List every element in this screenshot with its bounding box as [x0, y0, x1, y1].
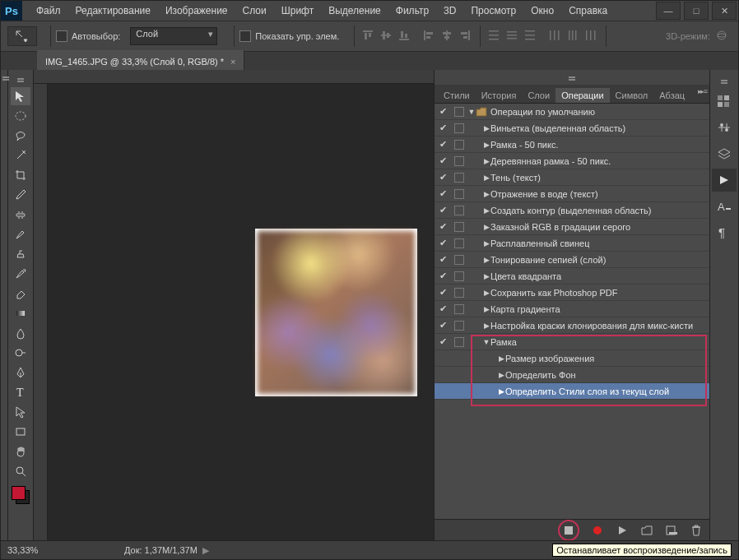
action-step-row[interactable]: ▶Размер изображения [435, 350, 709, 367]
type-tool[interactable]: T [11, 383, 30, 401]
left-dock-sliver[interactable] [1, 70, 8, 541]
new-action-button[interactable] [665, 524, 678, 537]
pen-tool[interactable] [11, 363, 30, 382]
window-maximize-button[interactable]: □ [684, 2, 709, 20]
stop-button[interactable] [562, 524, 575, 537]
canvas[interactable] [34, 70, 434, 541]
eraser-tool[interactable] [11, 285, 30, 303]
tab-actions[interactable]: Операции [555, 88, 609, 103]
dist-bottom-icon[interactable] [523, 29, 538, 44]
check-icon[interactable]: ✔ [435, 106, 451, 117]
action-row[interactable]: ✔▶Заказной RGB в градации серого [435, 219, 709, 235]
autoselect-checkbox[interactable] [56, 30, 67, 42]
adjustments-icon[interactable] [712, 116, 737, 139]
close-icon[interactable]: × [230, 57, 235, 67]
new-set-button[interactable] [640, 524, 653, 537]
clone-stamp-tool[interactable] [11, 245, 30, 263]
play-button[interactable] [616, 524, 629, 537]
trash-button[interactable] [690, 524, 703, 537]
brush-tool[interactable] [11, 225, 30, 243]
align-hcenter-icon[interactable] [440, 29, 455, 44]
collapse-grip-icon[interactable] [567, 72, 577, 83]
collapse-grip-icon[interactable] [1, 72, 11, 83]
tab-layers[interactable]: Слои [522, 88, 555, 103]
hand-tool[interactable] [11, 442, 30, 460]
collapse-grip-icon[interactable] [16, 73, 26, 85]
dist-top-icon[interactable] [487, 29, 502, 44]
magic-wand-tool[interactable] [11, 146, 30, 164]
blur-tool[interactable] [11, 324, 30, 342]
tab-paragraph[interactable]: Абзац [653, 88, 690, 103]
menu-window[interactable]: Окно [531, 5, 554, 16]
menu-layers[interactable]: Слои [243, 5, 267, 16]
menu-image[interactable]: Изображение [165, 5, 228, 16]
character-panel-icon[interactable]: A [712, 195, 737, 218]
autoselect-dropdown[interactable]: Слой [130, 27, 217, 45]
lasso-tool[interactable] [11, 127, 30, 145]
dodge-tool[interactable] [11, 344, 30, 362]
rectangle-tool[interactable] [11, 423, 30, 441]
move-tool[interactable] [11, 87, 30, 105]
healing-brush-tool[interactable] [11, 206, 30, 224]
color-swatches[interactable] [12, 486, 30, 504]
align-bottom-icon[interactable] [397, 29, 412, 44]
tool-preset-picker[interactable] [7, 26, 37, 46]
collapse-grip-icon[interactable] [719, 75, 729, 86]
gradient-tool[interactable] [11, 304, 30, 322]
action-row[interactable]: ✔▶Настройка краски клонирования для микс… [435, 317, 709, 334]
dist-vcenter-icon[interactable] [505, 29, 520, 44]
dist-left-icon[interactable] [548, 29, 563, 44]
zoom-tool[interactable] [11, 462, 30, 480]
swatches-icon[interactable] [712, 90, 737, 113]
action-step-row-selected[interactable]: ▶Определить Стили слоя из текущ слой [435, 383, 709, 400]
window-minimize-button[interactable]: — [656, 2, 681, 20]
menu-select[interactable]: Выделение [328, 5, 381, 16]
window-close-button[interactable]: ✕ [712, 2, 737, 20]
zoom-readout[interactable]: 33,33% [7, 545, 58, 555]
show-transform-checkbox[interactable] [239, 30, 251, 42]
align-left-icon[interactable] [422, 29, 437, 44]
menu-file[interactable]: Файл [36, 5, 61, 16]
action-row[interactable]: ✔▶Цвета квадранта [435, 268, 709, 285]
action-row[interactable]: ✔▶Расплавленный свинец [435, 235, 709, 252]
action-row[interactable]: ✔▶Рамка - 50 пикс. [435, 137, 709, 153]
align-vcenter-icon[interactable] [379, 29, 394, 44]
history-brush-tool[interactable] [11, 265, 30, 283]
record-button[interactable] [591, 524, 604, 537]
action-row[interactable]: ✔▶Виньетка (выделенная область) [435, 120, 709, 137]
menu-filter[interactable]: Фильтр [396, 5, 429, 16]
tab-styles[interactable]: Стили [438, 88, 476, 103]
action-row[interactable]: ✔▶Деревянная рамка - 50 пикс. [435, 153, 709, 169]
menu-view[interactable]: Просмотр [471, 5, 516, 16]
layers-icon[interactable] [712, 142, 737, 165]
tab-history[interactable]: История [476, 88, 523, 103]
menu-type[interactable]: Шрифт [281, 5, 314, 16]
doc-info[interactable]: Док: 1,37M/1,37M [124, 545, 198, 555]
mode-3d-orbit-icon[interactable] [715, 29, 730, 44]
menu-help[interactable]: Справка [569, 5, 607, 16]
action-set-row[interactable]: ✔ ▼ Операции по умолчанию [435, 104, 709, 120]
action-row[interactable]: ✔▶Тень (текст) [435, 169, 709, 186]
dist-right-icon[interactable] [584, 29, 599, 44]
menu-3d[interactable]: 3D [444, 5, 456, 16]
action-row[interactable]: ✔▶Карта градиента [435, 301, 709, 317]
chevron-right-icon[interactable]: ▶ [202, 545, 209, 556]
play-panel-icon[interactable] [712, 169, 737, 192]
action-step-row[interactable]: ▶Определить Фон [435, 367, 709, 383]
action-row-open[interactable]: ✔▼Рамка [435, 334, 709, 350]
expand-icon[interactable]: ▼ [467, 108, 476, 116]
dist-hcenter-icon[interactable] [566, 29, 581, 44]
align-top-icon[interactable] [361, 29, 376, 44]
action-row[interactable]: ✔▶Тонирование сепией (слой) [435, 252, 709, 268]
marquee-tool[interactable] [11, 107, 30, 125]
action-row[interactable]: ✔▶Создать контур (выделенная область) [435, 202, 709, 219]
tab-character[interactable]: Символ [610, 88, 654, 103]
eyedropper-tool[interactable] [11, 186, 30, 204]
align-right-icon[interactable] [458, 29, 473, 44]
dialog-toggle[interactable] [454, 107, 464, 117]
paragraph-panel-icon[interactable]: ¶ [712, 221, 737, 244]
path-select-tool[interactable] [11, 403, 30, 421]
menu-edit[interactable]: Редактирование [76, 5, 151, 16]
action-row[interactable]: ✔▶Отражение в воде (текст) [435, 186, 709, 202]
crop-tool[interactable] [11, 166, 30, 184]
